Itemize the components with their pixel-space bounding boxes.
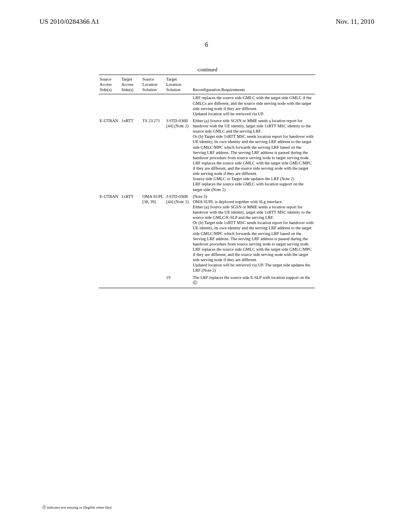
table-row: 19 The LRF replaces the source side E-SL… xyxy=(99,274,315,288)
footnote-illegible: ⓒ indicates text missing or illegible wh… xyxy=(42,505,111,510)
cell-target-access xyxy=(121,94,142,117)
cell-target-loc: J-STD-036B [44] (Note 2) xyxy=(165,193,192,274)
cell-requirements: Either (a) Source side SGSN or MME sends… xyxy=(192,117,315,193)
cell-target-loc xyxy=(165,94,192,117)
table-row: E-UTRAN 1xRTT TS 23.271 J-STD-036B [44] … xyxy=(99,117,315,193)
cell-target-loc: J-STD-036B [44] (Note 2) xyxy=(165,117,192,193)
publication-number: US 2010/0284366 A1 xyxy=(40,18,99,26)
table-continued-label: -continued xyxy=(99,67,315,73)
cell-target-access: 1xRTT xyxy=(121,193,142,274)
cell-source-access: E-UTRAN xyxy=(99,193,121,274)
cell-source-loc: TS 23.271 xyxy=(142,117,165,193)
page-number: 6 xyxy=(0,41,413,48)
cell-source-access: E-UTRAN xyxy=(99,117,121,193)
col-target-loc: Target Location Solution xyxy=(165,75,192,94)
main-content: -continued Source Access Side(s) Target … xyxy=(99,67,315,288)
table-row: E-UTRAN 1xRTT OMA SUPL [38, 39] J-STD-03… xyxy=(99,193,315,274)
cell-requirements: (Note 3) OMA SUPL is deployed together w… xyxy=(192,193,315,274)
cell-source-loc xyxy=(142,94,165,117)
col-source-loc: Source Location Solution xyxy=(142,75,165,94)
cell-target-access: 1xRTT xyxy=(121,117,142,193)
cell-requirements: The LRF replaces the source side E-SLP w… xyxy=(192,274,315,288)
table-row: LRF replaces the source side GMLC with t… xyxy=(99,94,315,117)
cell-source-loc xyxy=(142,274,165,288)
col-source-access: Source Access Side(s) xyxy=(99,75,121,94)
col-target-access: Target Access Side(s) xyxy=(121,75,142,94)
cell-source-access xyxy=(99,94,121,117)
publication-date: Nov. 11, 2010 xyxy=(336,18,374,26)
cell-target-access xyxy=(121,274,142,288)
cell-requirements: LRF replaces the source side GMLC with t… xyxy=(192,94,315,117)
col-requirements: Reconfiguration Requirements xyxy=(192,75,315,94)
cell-source-loc: OMA SUPL [38, 39] xyxy=(142,193,165,274)
cell-target-loc: 19 xyxy=(165,274,192,288)
cell-source-access xyxy=(99,274,121,288)
table-header-row: Source Access Side(s) Target Access Side… xyxy=(99,75,315,94)
reconfiguration-table: Source Access Side(s) Target Access Side… xyxy=(99,75,315,288)
